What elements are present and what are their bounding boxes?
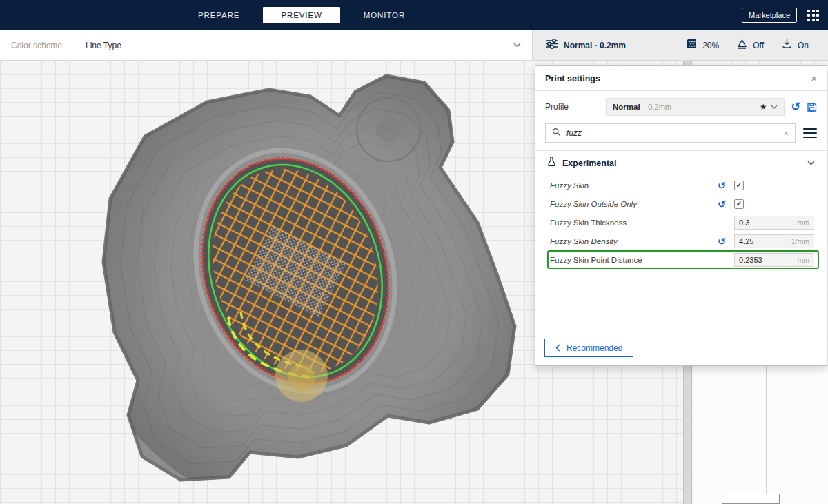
summary-adhesion-label: On (798, 41, 809, 50)
clear-search-icon[interactable]: × (783, 128, 789, 139)
topbar-right-cluster: Marketplace (742, 0, 819, 30)
tab-monitor[interactable]: MONITOR (361, 7, 408, 23)
checkbox-fuzzy-skin[interactable]: ✓ (734, 181, 744, 190)
section-experimental[interactable]: Experimental (535, 151, 827, 175)
settings-search-box[interactable]: × (545, 123, 796, 143)
checkbox-fuzzy-skin-outside-only[interactable]: ✓ (734, 199, 744, 209)
setting-fuzzy-skin-outside-only: Fuzzy Skin Outside Only ↺ ✓ (547, 194, 819, 213)
recommended-label: Recommended (566, 343, 622, 353)
summary-support[interactable]: Off (737, 39, 764, 52)
field-unit: mm (798, 219, 810, 227)
adhesion-icon (782, 39, 792, 52)
profile-dropdown[interactable]: Normal - 0.2mm ★ (606, 98, 785, 116)
save-profile-icon[interactable] (807, 102, 817, 112)
top-bar: PREPARE PREVIEW MONITOR Marketplace (0, 0, 828, 30)
field-fuzzy-skin-thickness[interactable]: 0.3 mm (734, 216, 814, 230)
chevron-down-icon (771, 105, 778, 109)
marketplace-button[interactable]: Marketplace (742, 8, 797, 23)
panel-footer: Recommended (535, 330, 827, 365)
build-plate-edge (693, 366, 828, 504)
field-unit: 1/mm (791, 237, 809, 245)
settings-list: Fuzzy Skin ↺ ✓ Fuzzy Skin Outside Only ↺… (535, 175, 827, 269)
profile-reset-icon[interactable]: ↺ (791, 101, 800, 112)
setting-label: Fuzzy Skin Outside Only (550, 200, 718, 208)
summary-profile-label: Normal - 0.2mm (564, 41, 626, 50)
search-icon (552, 127, 561, 139)
setting-label: Fuzzy Skin Point Distance (550, 256, 718, 264)
flask-icon (547, 157, 556, 170)
settings-menu-icon[interactable] (803, 128, 817, 139)
stage-tabs: PREPARE PREVIEW MONITOR (195, 0, 408, 30)
field-value: 0.3 (739, 219, 798, 227)
tab-preview[interactable]: PREVIEW (263, 7, 339, 23)
summary-adhesion[interactable]: On (782, 39, 809, 52)
profile-detail: - 0.2mm (644, 103, 671, 111)
field-value: 4.25 (739, 237, 791, 245)
panel-title: Print settings (545, 74, 600, 83)
color-scheme-bar[interactable]: Color scheme Line Type (0, 30, 533, 61)
setting-fuzzy-skin-density: Fuzzy Skin Density ↺ 4.25 1/mm (547, 232, 819, 250)
section-label: Experimental (562, 159, 617, 168)
field-unit: mm (798, 256, 810, 264)
summary-support-label: Off (753, 41, 764, 50)
support-icon (737, 39, 747, 52)
reset-icon[interactable]: ↺ (718, 236, 726, 246)
search-input[interactable] (566, 128, 778, 138)
color-scheme-label: Color scheme (11, 41, 62, 50)
print-settings-panel: Print settings × Profile Normal - 0.2mm … (535, 65, 827, 366)
profile-row: Profile Normal - 0.2mm ★ ↺ (535, 91, 827, 119)
favorite-star-icon[interactable]: ★ (760, 102, 767, 112)
recommended-button[interactable]: Recommended (544, 339, 633, 357)
summary-profile[interactable]: Normal - 0.2mm (545, 39, 626, 52)
setting-label: Fuzzy Skin (550, 181, 718, 190)
chevron-left-icon (555, 344, 560, 352)
summary-infill[interactable]: 20% (687, 39, 719, 52)
layer-number-box[interactable] (722, 494, 780, 504)
tune-icon (545, 39, 558, 52)
search-row: × (535, 119, 827, 151)
tab-prepare[interactable]: PREPARE (195, 7, 242, 23)
profile-label: Profile (545, 102, 606, 112)
infill-icon (687, 39, 697, 52)
field-fuzzy-skin-density[interactable]: 4.25 1/mm (734, 234, 814, 248)
reset-icon[interactable]: ↺ (718, 181, 726, 190)
print-settings-summary-bar[interactable]: Normal - 0.2mm 20% Off (533, 30, 828, 61)
panel-header: Print settings × (535, 66, 827, 91)
build-plate-edge-line (766, 366, 767, 496)
field-fuzzy-skin-point-distance[interactable]: 0.2353 mm (734, 253, 814, 267)
color-scheme-value: Line Type (86, 41, 121, 50)
chevron-down-icon (513, 43, 521, 48)
summary-infill-label: 20% (702, 41, 719, 50)
setting-fuzzy-skin-point-distance: Fuzzy Skin Point Distance 0.2353 mm (547, 250, 819, 269)
reset-icon[interactable]: ↺ (718, 199, 726, 209)
setting-label: Fuzzy Skin Density (550, 237, 718, 245)
chevron-down-icon (807, 161, 815, 165)
close-icon[interactable]: × (811, 73, 817, 83)
profile-value: Normal (613, 103, 640, 111)
apps-grid-icon[interactable] (807, 10, 819, 21)
setting-fuzzy-skin-thickness: Fuzzy Skin Thickness 0.3 mm (547, 213, 819, 232)
setting-fuzzy-skin: Fuzzy Skin ↺ ✓ (547, 176, 819, 194)
setting-label: Fuzzy Skin Thickness (550, 219, 718, 227)
field-value: 0.2353 (739, 256, 798, 264)
